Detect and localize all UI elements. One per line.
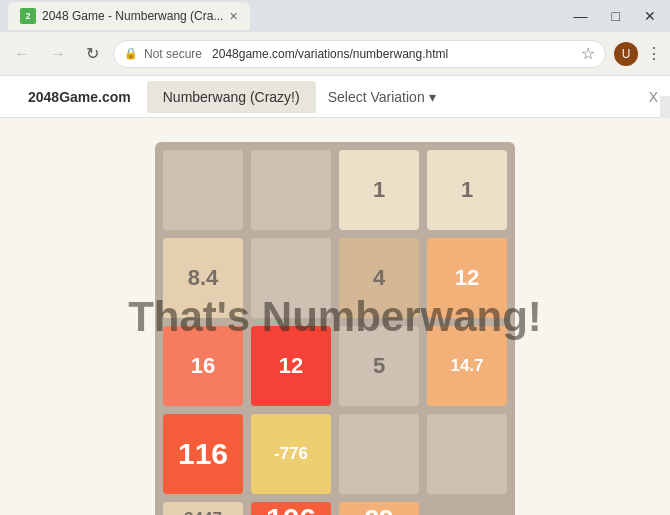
tab-favicon: 2 [20, 8, 36, 24]
tile-r2c2: 4 [339, 238, 419, 318]
game-grid: 1 1 8.4 4 12 16 12 5 14.7 116 -776 3447 … [155, 142, 515, 515]
forward-button[interactable]: → [44, 41, 72, 67]
tile-r3c3: 116 [163, 414, 243, 494]
tab-title: 2048 Game - Numberwang (Cra... [42, 9, 223, 23]
active-tab[interactable]: 2 2048 Game - Numberwang (Cra... × [8, 2, 250, 30]
title-bar: 2 2048 Game - Numberwang (Cra... × — □ ✕ [0, 0, 670, 32]
tile-r1c1 [163, 150, 243, 230]
lock-icon: 🔒 [124, 47, 138, 60]
tab-close-x[interactable]: x [649, 86, 658, 107]
address-text: 2048game.com/variations/numberwang.html [212, 47, 575, 61]
app-tab-bar: 2048Game.com Numberwang (Crazy!) Select … [0, 76, 670, 118]
tile-r2c1 [251, 238, 331, 318]
page-content: That's Numberwang! 1 1 8.4 4 12 16 12 5 … [0, 118, 670, 515]
tile-r2c3: 12 [427, 238, 507, 318]
select-variation-label: Select Variation [328, 89, 425, 105]
bookmark-icon[interactable]: ☆ [581, 44, 595, 63]
tile-r1c5: 8.4 [163, 238, 243, 318]
back-button[interactable]: ← [8, 41, 36, 67]
tile-r2c4: 16 [163, 326, 243, 406]
maximize-button[interactable]: □ [606, 6, 626, 26]
tile-r3c4: -776 [251, 414, 331, 494]
refresh-button[interactable]: ↻ [80, 40, 105, 67]
tile-r3c1: 5 [339, 326, 419, 406]
tab-site[interactable]: 2048Game.com [12, 81, 147, 113]
tile-r1c2 [251, 150, 331, 230]
window-controls: — □ ✕ [568, 6, 662, 26]
tile-r3c5 [339, 414, 419, 494]
close-button[interactable]: ✕ [638, 6, 662, 26]
tile-r4c2: 3447 [163, 502, 243, 515]
tile-r3c2: 14.7 [427, 326, 507, 406]
profile-avatar[interactable]: U [614, 42, 638, 66]
minimize-button[interactable]: — [568, 6, 594, 26]
address-bar[interactable]: 🔒 Not secure 2048game.com/variations/num… [113, 40, 606, 68]
tile-r4c3: 106 [251, 502, 331, 515]
tile-r2c5: 12 [251, 326, 331, 406]
tile-r1c3: 1 [339, 150, 419, 230]
chrome-menu-button[interactable]: ⋮ [646, 44, 662, 63]
tile-r1c4: 1 [427, 150, 507, 230]
nav-bar: ← → ↻ 🔒 Not secure 2048game.com/variatio… [0, 32, 670, 76]
tab-close-button[interactable]: × [229, 8, 237, 24]
not-secure-text: Not secure [144, 47, 202, 61]
tile-r4c4: 29 [339, 502, 419, 515]
browser-window: 2 2048 Game - Numberwang (Cra... × — □ ✕… [0, 0, 670, 515]
tab-numberwang[interactable]: Numberwang (Crazy!) [147, 81, 316, 113]
select-variation-button[interactable]: Select Variation ▾ [316, 83, 448, 111]
dropdown-arrow-icon: ▾ [429, 89, 436, 105]
tile-r4c1 [427, 414, 507, 494]
